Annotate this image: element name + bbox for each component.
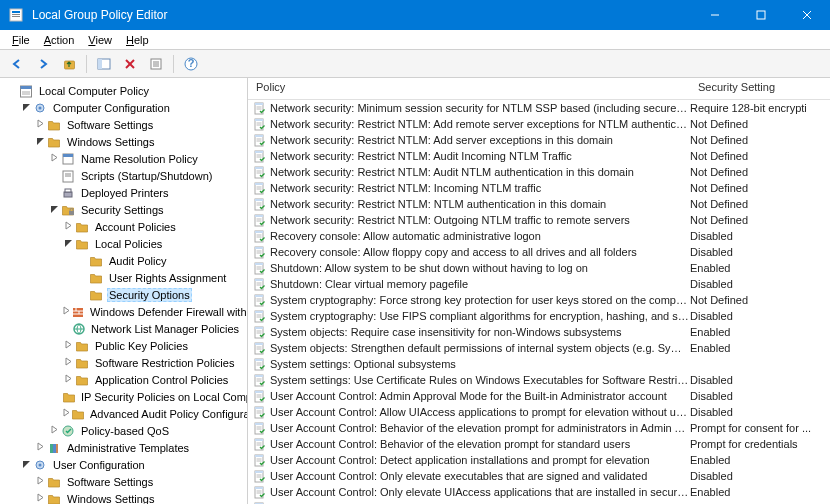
expander-open-icon[interactable] — [34, 136, 46, 147]
tree-windows-settings-user[interactable]: Windows Settings — [2, 490, 245, 504]
expander-open-icon[interactable] — [20, 459, 32, 470]
svg-rect-142 — [255, 471, 263, 473]
policy-row[interactable]: Network security: Restrict NTLM: Incomin… — [248, 180, 830, 196]
tree-software-restriction-policies[interactable]: Software Restriction Policies — [2, 354, 245, 371]
forward-button[interactable] — [32, 53, 54, 75]
policy-row[interactable]: User Account Control: Behavior of the el… — [248, 436, 830, 452]
expander-closed-icon[interactable] — [48, 425, 60, 436]
tree-advanced-audit-policy[interactable]: Advanced Audit Policy Configuration — [2, 405, 245, 422]
policy-icon — [251, 276, 267, 292]
expander-closed-icon[interactable] — [48, 153, 60, 164]
policy-row[interactable]: User Account Control: Detect application… — [248, 452, 830, 468]
expander-open-icon[interactable] — [48, 204, 60, 215]
help-button[interactable]: ? — [180, 53, 202, 75]
menu-view[interactable]: View — [82, 32, 118, 48]
tree-administrative-templates[interactable]: Administrative Templates — [2, 439, 245, 456]
policy-row[interactable]: Network security: Restrict NTLM: Outgoin… — [248, 212, 830, 228]
app-icon — [8, 7, 24, 23]
policy-row[interactable]: User Account Control: Behavior of the el… — [248, 420, 830, 436]
expander-closed-icon[interactable] — [34, 493, 46, 504]
policy-row[interactable]: User Account Control: Run all administra… — [248, 500, 830, 504]
expander-closed-icon[interactable] — [62, 408, 71, 419]
expander-closed-icon[interactable] — [34, 119, 46, 130]
tree-windows-defender-firewall[interactable]: Windows Defender Firewall with Advanced — [2, 303, 245, 320]
tree-account-policies[interactable]: Account Policies — [2, 218, 245, 235]
tree-user-configuration[interactable]: User Configuration — [2, 456, 245, 473]
expander-closed-icon[interactable] — [34, 442, 46, 453]
policy-row[interactable]: System cryptography: Use FIPS compliant … — [248, 308, 830, 324]
expander-open-icon[interactable] — [20, 102, 32, 113]
policy-setting: Disabled — [690, 406, 830, 418]
tree-software-settings-user[interactable]: Software Settings — [2, 473, 245, 490]
properties-button[interactable] — [145, 53, 167, 75]
maximize-button[interactable] — [738, 0, 784, 30]
tree-deployed-printers[interactable]: Deployed Printers — [2, 184, 245, 201]
tree-root[interactable]: Local Computer Policy — [2, 82, 245, 99]
policy-row[interactable]: Network security: Restrict NTLM: NTLM au… — [248, 196, 830, 212]
minimize-button[interactable] — [692, 0, 738, 30]
tree-public-key-policies[interactable]: Public Key Policies — [2, 337, 245, 354]
tree-security-options-icon — [88, 287, 104, 303]
policy-row[interactable]: Network security: Minimum session securi… — [248, 100, 830, 116]
policy-row[interactable]: System settings: Use Certificate Rules o… — [248, 372, 830, 388]
up-button[interactable] — [58, 53, 80, 75]
policy-row[interactable]: Network security: Restrict NTLM: Audit N… — [248, 164, 830, 180]
tree-network-list-manager[interactable]: Network List Manager Policies — [2, 320, 245, 337]
show-hide-tree-button[interactable] — [93, 53, 115, 75]
expander-closed-icon[interactable] — [62, 340, 74, 351]
delete-button[interactable] — [119, 53, 141, 75]
tree-audit-policy[interactable]: Audit Policy — [2, 252, 245, 269]
tree-windows-settings-icon — [46, 134, 62, 150]
expander-closed-icon[interactable] — [62, 306, 71, 317]
tree-ip-security-policies[interactable]: IP Security Policies on Local Computer — [2, 388, 245, 405]
policy-row[interactable]: System objects: Require case insensitivi… — [248, 324, 830, 340]
tree-scripts[interactable]: Scripts (Startup/Shutdown) — [2, 167, 245, 184]
tree-security-options[interactable]: Security Options — [2, 286, 245, 303]
policy-row[interactable]: Recovery console: Allow floppy copy and … — [248, 244, 830, 260]
policy-row[interactable]: Network security: Restrict NTLM: Audit I… — [248, 148, 830, 164]
tree-name-resolution-policy[interactable]: Name Resolution Policy — [2, 150, 245, 167]
expander-closed-icon[interactable] — [62, 221, 74, 232]
tree-windows-settings-user-label: Windows Settings — [65, 492, 156, 505]
policy-row[interactable]: Network security: Restrict NTLM: Add ser… — [248, 132, 830, 148]
svg-rect-98 — [255, 295, 263, 297]
policy-row[interactable]: User Account Control: Admin Approval Mod… — [248, 388, 830, 404]
policy-row[interactable]: System objects: Strengthen default permi… — [248, 340, 830, 356]
expander-open-icon[interactable] — [62, 238, 74, 249]
tree-user-rights-assignment[interactable]: User Rights Assignment — [2, 269, 245, 286]
close-button[interactable] — [784, 0, 830, 30]
policy-row[interactable]: Shutdown: Allow system to be shut down w… — [248, 260, 830, 276]
policy-name: System settings: Optional subsystems — [270, 358, 690, 370]
policy-row[interactable]: Shutdown: Clear virtual memory pagefileD… — [248, 276, 830, 292]
list-body[interactable]: Network security: Minimum session securi… — [248, 100, 830, 504]
expander-closed-icon[interactable] — [34, 476, 46, 487]
tree-computer-configuration[interactable]: Computer Configuration — [2, 99, 245, 116]
policy-icon — [251, 452, 267, 468]
expander-closed-icon[interactable] — [62, 357, 74, 368]
policy-row[interactable]: User Account Control: Only elevate execu… — [248, 468, 830, 484]
tree-security-settings[interactable]: Security Settings — [2, 201, 245, 218]
menu-action[interactable]: Action — [38, 32, 81, 48]
tree-application-control-policies[interactable]: Application Control Policies — [2, 371, 245, 388]
policy-row[interactable]: User Account Control: Only elevate UIAcc… — [248, 484, 830, 500]
tree-pane[interactable]: Local Computer PolicyComputer Configurat… — [0, 78, 248, 504]
expander-closed-icon[interactable] — [62, 374, 74, 385]
back-button[interactable] — [6, 53, 28, 75]
policy-row[interactable]: User Account Control: Allow UIAccess app… — [248, 404, 830, 420]
tree-software-settings[interactable]: Software Settings — [2, 116, 245, 133]
column-header-setting[interactable]: Security Setting — [690, 78, 830, 99]
tree-local-policies[interactable]: Local Policies — [2, 235, 245, 252]
policy-row[interactable]: Recovery console: Allow automatic admini… — [248, 228, 830, 244]
column-header-policy[interactable]: Policy — [248, 78, 690, 99]
policy-name: System objects: Strengthen default permi… — [270, 342, 690, 354]
tree-policy-based-qos[interactable]: Policy-based QoS — [2, 422, 245, 439]
menu-help[interactable]: Help — [120, 32, 155, 48]
policy-row[interactable]: System cryptography: Force strong key pr… — [248, 292, 830, 308]
policy-icon — [251, 212, 267, 228]
tree-windows-settings[interactable]: Windows Settings — [2, 133, 245, 150]
policy-row[interactable]: Network security: Restrict NTLM: Add rem… — [248, 116, 830, 132]
policy-setting: Prompt for credentials — [690, 438, 830, 450]
svg-rect-110 — [255, 343, 263, 345]
menu-file[interactable]: File — [6, 32, 36, 48]
policy-row[interactable]: System settings: Optional subsystems — [248, 356, 830, 372]
